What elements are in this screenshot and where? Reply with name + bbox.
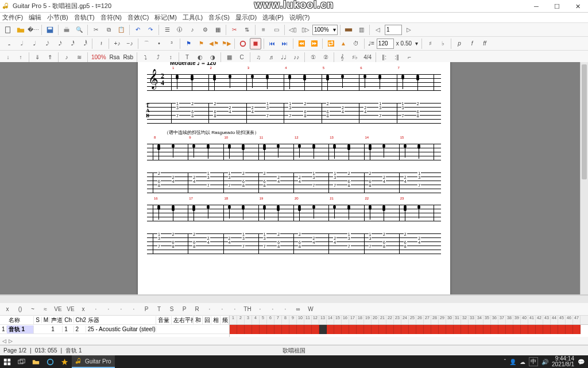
redo-button[interactable]: ↷ [145, 24, 156, 36]
beam-4-button[interactable]: ♪♪ [291, 52, 302, 63]
tray-up-icon[interactable]: ˆ [504, 359, 506, 365]
dynamics-p-button[interactable]: p [454, 38, 465, 49]
voice-2-button[interactable]: ② [320, 52, 331, 63]
tremolo-button[interactable]: ≋ [74, 52, 85, 63]
cut-button[interactable]: ✂ [90, 24, 102, 36]
flag-blue-button[interactable]: ⚑ [183, 38, 194, 49]
tray-ime[interactable]: 中 [529, 357, 538, 366]
menu-item[interactable]: 小节(B) [47, 13, 68, 22]
effect-button[interactable]: · [103, 304, 114, 315]
effect-button[interactable]: W [305, 304, 316, 315]
tray-notify-icon[interactable]: 💬 [578, 359, 585, 365]
track-next-button[interactable]: ▷ [9, 338, 13, 344]
rsa-label[interactable]: Rsa [109, 54, 121, 60]
tray-volume-icon[interactable]: 🔊 [541, 359, 548, 365]
flag-orange-button[interactable]: ⚑ [195, 38, 207, 49]
app-pinned-button[interactable] [57, 355, 72, 368]
print-button[interactable] [61, 24, 72, 36]
page-spinner[interactable]: 1 [385, 25, 402, 35]
sixtyfourth-note-button[interactable]: 𝅘𝅥𝅱 [78, 38, 90, 49]
key-button[interactable]: ♯♭ [349, 52, 361, 63]
effect-button[interactable]: ∞ [293, 304, 303, 315]
delete-beat-button[interactable]: −♪ [124, 38, 136, 49]
tempo-field[interactable]: 120 [377, 39, 394, 49]
transpose-button[interactable]: ⇅ [241, 24, 253, 36]
lyrics-button[interactable]: ♪ [187, 24, 198, 36]
clef-button[interactable]: 𝄞 [336, 52, 348, 63]
tool-button[interactable]: ⚙ [199, 24, 211, 36]
tray-onedrive-icon[interactable]: ☁ [520, 359, 525, 365]
sharp-button[interactable]: ♯ [424, 38, 436, 49]
grace-button[interactable]: ♪ [61, 52, 72, 63]
repeat-open-button[interactable]: ‖: [378, 52, 390, 63]
effect-2-button[interactable]: ◑ [207, 52, 218, 63]
effect-button[interactable]: S [167, 304, 177, 315]
score-page[interactable]: Moderate ♩ = 120 𝄞241234567TAB1372682682… [138, 62, 450, 294]
effect-button[interactable]: TH [242, 304, 253, 315]
menu-item[interactable]: 标记(M) [154, 13, 177, 22]
menu-item[interactable]: 音乐(S) [208, 13, 230, 22]
tray-people-icon[interactable]: 👤 [509, 359, 516, 365]
browse-button[interactable]: �⋯ [28, 24, 39, 36]
dynamics-f-button[interactable]: f [466, 38, 478, 49]
taskview-button[interactable] [14, 355, 29, 368]
menu-item[interactable]: 音效(C) [127, 13, 149, 22]
zoom-field[interactable]: 100%▾ [312, 25, 338, 35]
fretboard-button[interactable] [343, 24, 354, 36]
tempo-dropdown-icon[interactable]: ▾ [414, 40, 419, 47]
triplet-button[interactable]: ³ [166, 38, 177, 49]
keyboard-button[interactable]: ▥ [355, 24, 367, 36]
page-last-icon[interactable]: ▷ [403, 24, 415, 36]
loop-button[interactable]: 🔁 [325, 38, 336, 49]
menu-item[interactable]: 工具(L) [183, 13, 203, 22]
vertical-scrollbar[interactable] [580, 62, 588, 294]
effect-button[interactable]: · [217, 304, 227, 315]
view-prev-button[interactable]: ◁▯ [287, 24, 299, 36]
undo-button[interactable]: ↶ [132, 24, 144, 36]
effect-button[interactable]: () [15, 304, 25, 315]
print-preview-button[interactable]: 🔍 [74, 24, 85, 36]
effect-button[interactable]: x [78, 304, 88, 315]
start-button[interactable] [0, 355, 14, 368]
effect-button[interactable]: VE [65, 304, 76, 315]
countdown-button[interactable]: ⏱ [350, 38, 362, 49]
forward-button[interactable]: ⏩ [308, 38, 320, 49]
insert-beat-button[interactable]: +♪ [111, 38, 123, 49]
effect-button[interactable]: x [2, 304, 13, 315]
effect-button[interactable]: P [179, 304, 189, 315]
eighth-note-button[interactable]: 𝅘𝅥𝅮 [40, 38, 52, 49]
first-button[interactable]: ⏮ [266, 38, 278, 49]
open-button[interactable] [15, 24, 26, 36]
effect-button[interactable]: · [255, 304, 265, 315]
copy-button[interactable]: ⧉ [103, 24, 114, 36]
properties-button[interactable]: ☰ [161, 24, 173, 36]
tie-button[interactable]: ⌒ [141, 38, 152, 49]
guitarpro-task-button[interactable]: Guitar Pro [72, 355, 115, 368]
beam-1-button[interactable]: ♫ [253, 52, 264, 63]
menu-item[interactable]: 编辑 [29, 13, 41, 22]
effect-button[interactable]: P [141, 304, 152, 315]
multitrack-button[interactable]: ≡ [258, 24, 269, 36]
brush-button[interactable]: ↕ [165, 52, 176, 63]
track-timeline[interactable]: 1234567891011121314151617181920212223242… [230, 316, 588, 337]
effect-button[interactable]: · [268, 304, 278, 315]
flag-next-button[interactable]: ⚑▶ [220, 38, 232, 49]
menu-item[interactable]: 显示(D) [235, 13, 257, 22]
menu-item[interactable]: 选项(P) [262, 13, 284, 22]
rsb-label[interactable]: Rsb [122, 54, 134, 60]
voice-1-button[interactable]: ① [307, 52, 319, 63]
paste-button[interactable]: 📋 [115, 24, 127, 36]
text-button[interactable]: T [181, 52, 193, 63]
view-next-button[interactable]: ▯▷ [300, 24, 311, 36]
dynamics-ff-button[interactable]: ff [479, 38, 490, 49]
effect-button[interactable]: R [192, 304, 202, 315]
workspace-hscroll[interactable] [0, 295, 588, 303]
tray-date[interactable]: 2021/8/1 [552, 362, 574, 367]
sixteenth-note-button[interactable]: 𝅘𝅥𝅯 [53, 38, 64, 49]
edge-button[interactable] [43, 355, 57, 368]
down-effect-button[interactable]: ↓ [2, 52, 14, 63]
effect-button[interactable]: · [204, 304, 215, 315]
effect-1-button[interactable]: ◐ [194, 52, 206, 63]
scissors-button[interactable]: ✂ [229, 24, 240, 36]
minimize-button[interactable]: ─ [526, 0, 547, 13]
